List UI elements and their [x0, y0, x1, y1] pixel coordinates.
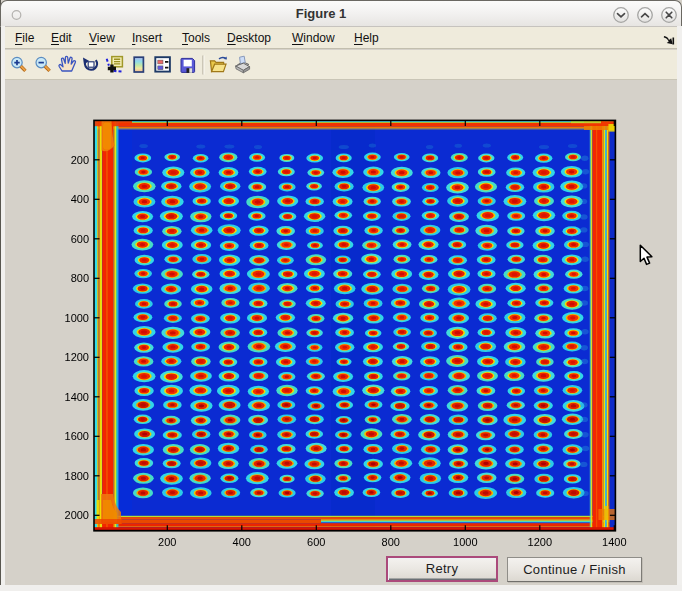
svg-text:200: 200 — [71, 154, 89, 166]
svg-text:800: 800 — [71, 272, 89, 284]
svg-text:400: 400 — [233, 536, 251, 548]
svg-text:600: 600 — [71, 233, 89, 245]
svg-text:1200: 1200 — [528, 536, 552, 548]
svg-text:1400: 1400 — [65, 391, 89, 403]
svg-text:1800: 1800 — [65, 470, 89, 482]
svg-text:1000: 1000 — [453, 536, 477, 548]
svg-text:2000: 2000 — [65, 509, 89, 521]
svg-text:1400: 1400 — [602, 536, 626, 548]
svg-text:1600: 1600 — [65, 430, 89, 442]
svg-text:200: 200 — [158, 536, 176, 548]
svg-text:400: 400 — [71, 193, 89, 205]
svg-text:1200: 1200 — [65, 351, 89, 363]
svg-text:1000: 1000 — [65, 312, 89, 324]
svg-text:600: 600 — [307, 536, 325, 548]
svg-text:800: 800 — [382, 536, 400, 548]
